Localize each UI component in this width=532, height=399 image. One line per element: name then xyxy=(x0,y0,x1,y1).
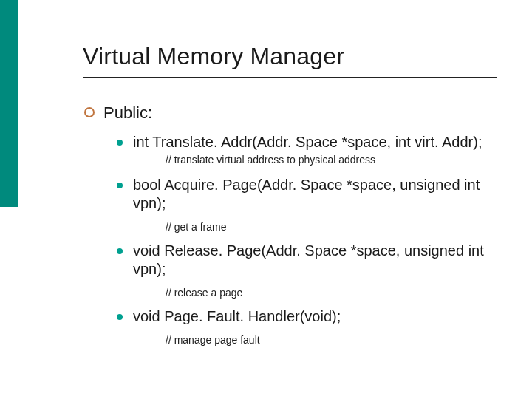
method-list: int Translate. Addr(Addr. Space *space, … xyxy=(117,133,502,346)
method-comment: // release a page xyxy=(166,287,502,299)
slide-body: Public: int Translate. Addr(Addr. Space … xyxy=(84,103,502,355)
method-signature: void Release. Page(Addr. Space *space, u… xyxy=(133,242,484,278)
method-comment: // get a frame xyxy=(166,221,502,233)
method-signature: bool Acquire. Page(Addr. Space *space, u… xyxy=(133,177,480,212)
accent-bar xyxy=(0,0,18,207)
method-signature: void Page. Fault. Handler(void); xyxy=(133,308,341,324)
method-comment: // translate virtual address to physical… xyxy=(166,154,502,166)
slide-title: Virtual Memory Manager xyxy=(83,43,505,70)
method-signature: int Translate. Addr(Addr. Space *space, … xyxy=(133,134,482,150)
dot-icon xyxy=(117,183,123,188)
hollow-circle-icon xyxy=(84,107,95,117)
list-item: int Translate. Addr(Addr. Space *space, … xyxy=(117,133,502,152)
slide: Virtual Memory Manager Public: int Trans… xyxy=(0,0,532,399)
dot-icon xyxy=(117,314,123,320)
method-comment: // manage page fault xyxy=(166,334,502,346)
section-label: Public: xyxy=(103,103,152,122)
list-item: void Release. Page(Addr. Space *space, u… xyxy=(117,242,502,279)
dot-icon xyxy=(117,140,123,146)
section-public: Public: xyxy=(84,103,502,123)
list-item: void Page. Fault. Handler(void); xyxy=(117,307,502,327)
dot-icon xyxy=(117,248,123,254)
title-underline xyxy=(83,77,497,78)
title-area: Virtual Memory Manager xyxy=(83,43,505,70)
list-item: bool Acquire. Page(Addr. Space *space, u… xyxy=(117,176,502,214)
